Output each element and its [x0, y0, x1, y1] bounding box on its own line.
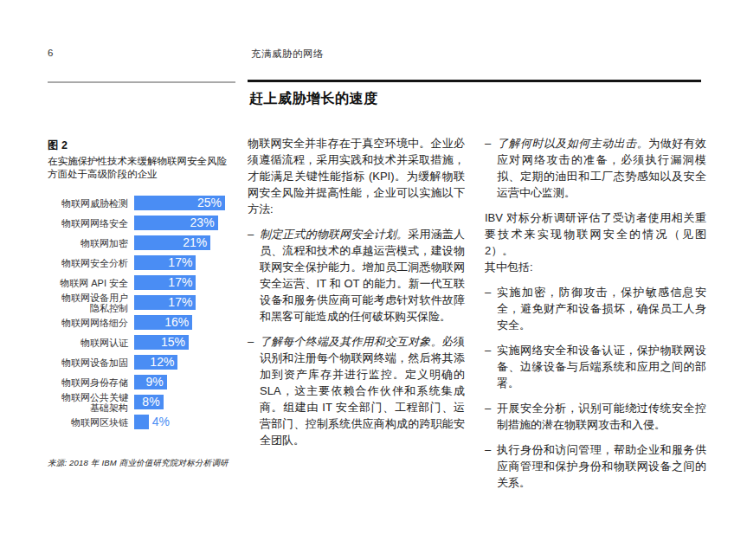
bullet-text: 采用涵盖人员、流程和技术的卓越运营模式，建设物联网安全保护能力。增加员工洞悉物联…	[260, 228, 465, 323]
bullet-lead: 制定正式的物联网安全计划。	[260, 228, 408, 241]
chart-row: 物联网设备加固12%	[48, 352, 235, 372]
bullet-lead: 了解每个终端及其作用和交互对象。	[260, 335, 442, 348]
bullet-body: 了解何时以及如何主动出击。为做好有效应对网络攻击的准备，必须执行漏洞模拟、定期的…	[497, 135, 706, 201]
chart-row: 物联网加密21%	[48, 233, 235, 253]
bullet-item: – 开展安全分析，识别可能绕过传统安全控制措施的潜在物联网攻击和入侵。	[485, 400, 706, 433]
bar: 25%	[134, 196, 225, 210]
bar-label: 物联网 API 安全	[48, 278, 134, 288]
bar: 17%	[134, 275, 196, 290]
bar: 4%	[134, 415, 149, 429]
bullet-lead: 了解何时以及如何主动出击。	[497, 137, 648, 150]
chart-row: 物联网公共关键 基础架构8%	[48, 392, 235, 412]
bar-value-label: 9%	[146, 375, 164, 389]
chart-row: 物联网认证15%	[48, 332, 235, 352]
bullet-text: 实施加密，防御攻击，保护敏感信息安全，避免财产和设备损坏，确保员工人身安全。	[497, 284, 706, 333]
bar-value-label: 8%	[142, 395, 159, 409]
bar: 23%	[134, 216, 218, 230]
chart-row: 物联网网络细分16%	[48, 312, 235, 332]
bar-value-label: 21%	[183, 235, 207, 250]
bullet-dash: –	[485, 400, 497, 433]
bullet-dash: –	[248, 333, 260, 448]
bullet-item: – 了解每个终端及其作用和交互对象。必须识别和注册每个物联网终端，然后将其添加到…	[248, 333, 465, 448]
bar-value-label: 17%	[168, 255, 192, 270]
bar: 15%	[134, 335, 189, 350]
bar-label: 物联网网络安全	[48, 218, 134, 229]
bullet-body: 制定正式的物联网安全计划。采用涵盖人员、流程和技术的卓越运营模式，建设物联网安全…	[260, 226, 465, 325]
bar-value-label: 17%	[168, 295, 192, 310]
bar-label: 物联网身份存储	[48, 377, 134, 388]
page-number: 6	[48, 48, 53, 58]
bar: 16%	[134, 315, 192, 330]
bullet-item: – 制定正式的物联网安全计划。采用涵盖人员、流程和技术的卓越运营模式，建设物联网…	[248, 226, 465, 325]
running-header: 充满威胁的网络	[251, 48, 324, 61]
chart-row: 物联网身份存储9%	[48, 372, 235, 392]
bar-label: 物联网认证	[48, 338, 134, 348]
chart-row: 物联网网络安全23%	[48, 213, 235, 233]
bar-value-label: 17%	[168, 275, 192, 290]
bullet-item: – 实施加密，防御攻击，保护敏感信息安全，避免财产和设备损坏，确保员工人身安全。	[485, 284, 706, 333]
bar-value-label: 23%	[190, 216, 215, 230]
includes-label: 其中包括:	[485, 259, 706, 275]
bar: 12%	[134, 355, 177, 370]
bar-value-label: 12%	[150, 355, 174, 370]
bullet-item: – 了解何时以及如何主动出击。为做好有效应对网络攻击的准备，必须执行漏洞模拟、定…	[485, 135, 706, 201]
bar-value-label: 16%	[164, 315, 189, 330]
bar-label: 物联网区块链	[48, 417, 134, 428]
figure-caption: 在实施保护性技术来缓解物联网安全风险方面处于高级阶段的企业	[48, 155, 236, 181]
column-middle: 物联网安全并非存在于真空环境中。企业必须遵循流程，采用实践和技术并采取措施，才能…	[248, 135, 465, 457]
bar-value-label: 25%	[197, 196, 222, 210]
left-column-rule	[48, 81, 235, 83]
bar: 17%	[134, 295, 196, 310]
bullet-dash: –	[485, 342, 497, 391]
section-title: 赶上威胁增长的速度	[249, 90, 378, 108]
bullet-body: 了解每个终端及其作用和交互对象。必须识别和注册每个物联网终端，然后将其添加到资产…	[260, 333, 465, 448]
chart-row: 物联网 API 安全17%	[48, 273, 235, 293]
bar-value-label: 15%	[161, 335, 185, 350]
chart-row: 物联网威胁检测25%	[48, 193, 235, 213]
bullet-dash: –	[248, 226, 260, 325]
bar-label: 物联网威胁检测	[48, 198, 134, 209]
bullet-item: – 实施网络安全和设备认证，保护物联网设备、边缘设备与后端系统和应用之间的部署。	[485, 342, 706, 391]
bar-chart: 物联网威胁检测25%物联网网络安全23%物联网加密21%物联网安全分析17%物联…	[48, 193, 235, 432]
bar: 8%	[134, 395, 164, 409]
bullet-text: 实施网络安全和设备认证，保护物联网设备、边缘设备与后端系统和应用之间的部署。	[497, 342, 706, 391]
bullet-text: 开展安全分析，识别可能绕过传统安全控制措施的潜在物联网攻击和入侵。	[497, 400, 706, 433]
document-page: 6 充满威胁的网络 赶上威胁增长的速度 图 2 在实施保护性技术来缓解物联网安全…	[0, 0, 747, 560]
chart-row: 物联网安全分析17%	[48, 253, 235, 273]
bar-label: 物联网网络细分	[48, 318, 134, 328]
chart-row: 物联网区块链4%	[48, 412, 235, 432]
bar-label: 物联网安全分析	[48, 258, 134, 268]
bullet-text: 必须识别和注册每个物联网终端，然后将其添加到资产库存并进行监控。定义明确的 SL…	[260, 335, 465, 447]
ibv-paragraph: IBV 对标分析调研评估了受访者使用相关重要技术来实现物联网安全的情况（见图 2…	[485, 209, 706, 259]
bullet-dash: –	[485, 441, 497, 491]
bar-label: 物联网设备用户 隐私控制	[48, 293, 134, 313]
column-right: – 了解何时以及如何主动出击。为做好有效应对网络攻击的准备，必须执行漏洞模拟、定…	[485, 135, 706, 499]
figure-source-note: 来源: 2018 年 IBM 商业价值研究院对标分析调研	[48, 458, 229, 469]
bullet-dash: –	[485, 284, 497, 333]
bullet-text: 执行身份和访问管理，帮助企业和服务供应商管理和保护身份和物联网设备之间的关系。	[497, 441, 706, 491]
bar-value-label: 4%	[152, 415, 170, 429]
bullet-item: – 执行身份和访问管理，帮助企业和服务供应商管理和保护身份和物联网设备之间的关系…	[485, 441, 706, 491]
bar: 21%	[134, 235, 210, 250]
bar-label: 物联网设备加固	[48, 357, 134, 368]
bar-label: 物联网加密	[48, 238, 134, 248]
figure-label: 图 2	[48, 138, 68, 153]
section-rule	[248, 80, 701, 82]
chart-row: 物联网设备用户 隐私控制17%	[48, 293, 235, 312]
bar-label: 物联网公共关键 基础架构	[48, 392, 134, 413]
bar: 17%	[134, 255, 196, 270]
intro-paragraph: 物联网安全并非存在于真空环境中。企业必须遵循流程，采用实践和技术并采取措施，才能…	[248, 135, 465, 217]
bar: 9%	[134, 375, 167, 389]
bullet-dash: –	[485, 135, 497, 201]
